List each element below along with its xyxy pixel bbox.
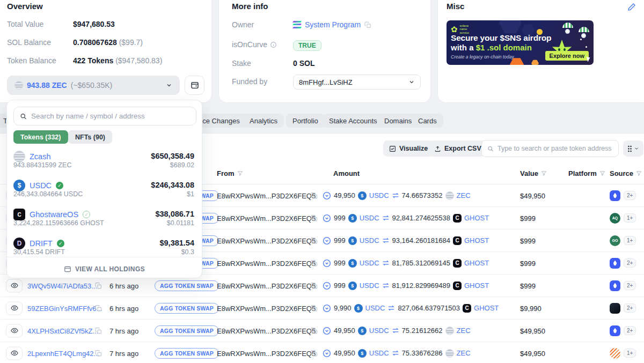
- holdings-search-input[interactable]: [31, 112, 190, 120]
- source-icon[interactable]: [610, 325, 620, 336]
- header-platform[interactable]: Platform: [568, 169, 605, 177]
- eye-button[interactable]: [6, 279, 23, 292]
- source-count-badge[interactable]: 1+: [624, 349, 636, 358]
- source-icon[interactable]: [610, 190, 620, 201]
- source-icon[interactable]: [610, 303, 620, 314]
- export-csv-button[interactable]: Export CSV: [428, 140, 487, 157]
- source-count-badge[interactable]: 2+: [624, 191, 636, 200]
- tx-signature-link[interactable]: 4XLPHSxtCi8ZVf5kZ...: [27, 327, 98, 335]
- source-count-badge[interactable]: 2+: [624, 326, 636, 335]
- filter-icon[interactable]: [541, 171, 547, 176]
- action-badge[interactable]: AGG TOKEN SWAP: [155, 325, 219, 336]
- copy-icon[interactable]: [311, 282, 318, 289]
- token-link[interactable]: USDC: [360, 236, 379, 245]
- funded-by-select[interactable]: 8mFHgf...LvSiHZ: [293, 75, 421, 90]
- token-search-input[interactable]: [497, 145, 613, 152]
- copy-icon[interactable]: [311, 327, 318, 334]
- from-address[interactable]: E8wRXPwsWm...P3D2X6FEQ5: [217, 327, 316, 335]
- expand-icon[interactable]: [323, 191, 331, 200]
- source-icon[interactable]: [610, 280, 620, 291]
- filter-icon[interactable]: [636, 171, 642, 176]
- token-link[interactable]: USDC: [369, 327, 389, 335]
- header-source[interactable]: Source: [610, 169, 642, 177]
- tx-signature-link[interactable]: 3WQv5W4i7iADfa53...: [27, 281, 97, 290]
- source-count-badge[interactable]: 1+: [624, 236, 636, 245]
- holdings-search[interactable]: [13, 107, 196, 125]
- filter-icon[interactable]: [599, 171, 605, 176]
- token-link[interactable]: USDC: [369, 191, 389, 199]
- tx-signature-link[interactable]: 59ZEBGinYsRMFFfv6...: [27, 304, 102, 312]
- token-name-link[interactable]: Zcash: [30, 152, 51, 161]
- copy-icon[interactable]: [311, 350, 318, 357]
- columns-button[interactable]: [623, 140, 643, 157]
- copy-icon[interactable]: [95, 350, 102, 357]
- from-address[interactable]: E8wRXPwsWm...P3D2X6FEQ5: [217, 281, 316, 290]
- token-link[interactable]: USDC: [360, 214, 379, 222]
- source-icon[interactable]: AQ: [610, 213, 620, 224]
- token-link[interactable]: USDC: [365, 304, 385, 312]
- token-name-link[interactable]: USDC: [30, 181, 52, 190]
- tx-signature-link[interactable]: 2LpexnhET4QLmg42...: [27, 349, 99, 357]
- header-value[interactable]: Value: [520, 169, 547, 177]
- eye-button[interactable]: [6, 324, 23, 337]
- token-link[interactable]: GHOST: [464, 281, 489, 290]
- from-address[interactable]: E8wRXPwsWm...P3D2X6FEQ5: [217, 259, 316, 267]
- nfts-tab[interactable]: NFTs (90): [68, 130, 112, 144]
- tab-portfolio[interactable]: Portfolio: [286, 114, 325, 128]
- source-count-badge[interactable]: 2+: [624, 303, 636, 313]
- copy-icon[interactable]: [311, 260, 318, 266]
- expand-icon[interactable]: [323, 259, 331, 268]
- tab-cards[interactable]: Cards: [412, 114, 443, 128]
- token-name-link[interactable]: DRIFT: [30, 239, 53, 248]
- owner-link[interactable]: System Program: [305, 20, 361, 29]
- source-icon[interactable]: [610, 348, 620, 359]
- ad-banner[interactable]: ✿ solana name service Secure your $SNS a…: [447, 20, 594, 65]
- copy-icon[interactable]: [311, 305, 318, 312]
- source-icon[interactable]: [610, 258, 620, 269]
- expand-icon[interactable]: [323, 214, 331, 223]
- tab-analytics[interactable]: Analytics: [243, 114, 284, 128]
- expand-icon[interactable]: [323, 304, 331, 313]
- expand-icon[interactable]: [323, 236, 331, 245]
- copy-icon[interactable]: [311, 237, 318, 244]
- expand-icon[interactable]: [323, 349, 331, 358]
- token-name-link[interactable]: GhostwareOS: [30, 210, 78, 219]
- edit-button[interactable]: [627, 3, 636, 11]
- token-link[interactable]: GHOST: [464, 236, 489, 245]
- token-search[interactable]: [481, 140, 619, 157]
- wallet-button[interactable]: [185, 76, 204, 95]
- from-address[interactable]: E8wRXPwsWm...P3D2X6FEQ5: [217, 349, 316, 357]
- from-address[interactable]: E8wRXPwsWm...P3D2X6FEQ5: [217, 304, 316, 312]
- tokens-tab[interactable]: Tokens (332): [13, 130, 68, 144]
- info-icon[interactable]: [270, 41, 277, 48]
- source-count-badge[interactable]: 2+: [624, 258, 636, 268]
- eye-button[interactable]: [6, 301, 23, 315]
- copy-icon[interactable]: [311, 214, 318, 221]
- token-link[interactable]: USDC: [360, 259, 379, 267]
- expand-icon[interactable]: [323, 281, 331, 290]
- token-link[interactable]: USDC: [360, 281, 379, 290]
- from-address[interactable]: E8wRXPwsWm...P3D2X6FEQ5: [217, 191, 316, 199]
- token-link[interactable]: ZEC: [457, 191, 471, 199]
- token-selector[interactable]: 943.88 ZEC (~$650.35K): [7, 76, 180, 95]
- header-from[interactable]: From: [217, 169, 243, 177]
- expand-icon[interactable]: [323, 327, 331, 335]
- token-link[interactable]: GHOST: [464, 214, 489, 222]
- token-link[interactable]: ZEC: [457, 327, 471, 335]
- tab-stake-accounts[interactable]: Stake Accounts: [323, 114, 384, 128]
- source-count-badge[interactable]: 1+: [624, 213, 636, 223]
- copy-icon[interactable]: [95, 327, 102, 334]
- copy-icon[interactable]: [364, 21, 371, 28]
- explore-now-button[interactable]: Explore now: [545, 51, 589, 61]
- token-link[interactable]: USDC: [369, 349, 389, 357]
- view-all-holdings-button[interactable]: VIEW ALL HOLDINGS: [7, 263, 202, 275]
- source-count-badge[interactable]: 2+: [624, 281, 636, 290]
- action-badge[interactable]: AGG TOKEN SWAP: [155, 280, 219, 291]
- visualize-button[interactable]: Visualize: [383, 140, 434, 157]
- copy-icon[interactable]: [95, 282, 102, 289]
- filter-icon[interactable]: [237, 171, 243, 176]
- action-badge[interactable]: AGG TOKEN SWAP: [155, 348, 219, 359]
- token-link[interactable]: GHOST: [474, 304, 499, 312]
- action-badge[interactable]: AGG TOKEN SWAP: [155, 303, 219, 314]
- copy-icon[interactable]: [311, 192, 318, 199]
